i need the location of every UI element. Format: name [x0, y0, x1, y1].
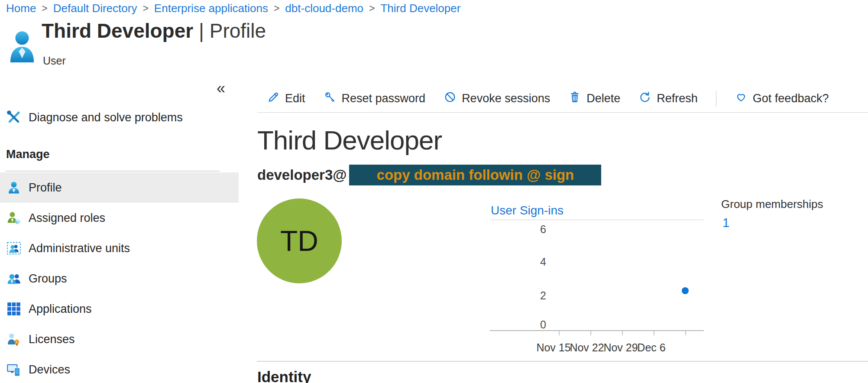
toolbar-button-label: Delete [586, 92, 620, 105]
pencil-icon [267, 91, 280, 107]
sidebar-item-profile[interactable]: Profile [0, 172, 239, 203]
sidebar-item-label: Administrative units [29, 242, 130, 255]
group-memberships-link[interactable]: 1 [722, 216, 729, 230]
refresh-button[interactable]: Refresh [638, 91, 698, 107]
sidebar-collapse-button[interactable]: « [217, 81, 225, 96]
breadcrumb: Home > Default Directory > Enterprise ap… [6, 2, 460, 15]
sidebar-item-diagnose[interactable]: Diagnose and solve problems [0, 105, 239, 130]
toolbar-button-label: Reset password [342, 92, 426, 105]
section-divider [257, 361, 868, 362]
user-avatar-icon [9, 30, 36, 66]
toolbar-button-label: Refresh [657, 92, 698, 105]
avatar: TD [257, 198, 342, 283]
devices-icon [6, 362, 22, 377]
user-signins-chart: User Sign-ins 6 4 2 0 Nov 15 Nov 22 Nov … [490, 204, 704, 364]
breadcrumb-separator: > [268, 3, 285, 14]
got-feedback-button[interactable]: Got feedback? [735, 91, 829, 107]
sidebar-item-administrative-units[interactable]: Administrative units [0, 233, 239, 263]
sidebar-item-label: Groups [29, 272, 67, 286]
revoke-sessions-button[interactable]: Revoke sessions [444, 91, 550, 107]
sidebar-item-label: Assigned roles [29, 211, 105, 225]
signin-data-point [682, 287, 689, 294]
command-bar: Edit Reset password Revoke [257, 85, 868, 113]
group-memberships-label: Group memberships [721, 198, 823, 211]
admin-units-icon [6, 240, 22, 256]
reset-password-button[interactable]: Reset password [324, 91, 426, 107]
sidebar-item-licenses[interactable]: Licenses [0, 324, 239, 354]
breadcrumb-separator: > [363, 3, 380, 14]
sidebar-item-label: Devices [29, 363, 70, 377]
page-subtitle: User [43, 55, 66, 67]
redaction-overlay: copy domain followin @ sign [349, 165, 601, 185]
user-principal-name: developer3@ copy domain followin @ sign [257, 164, 601, 186]
breadcrumb-separator: > [36, 3, 53, 14]
sidebar-item-groups[interactable]: Groups [0, 263, 239, 294]
sidebar-item-label: Licenses [29, 333, 75, 346]
breadcrumb-default-directory[interactable]: Default Directory [53, 2, 137, 15]
sidebar-section-manage: Manage [6, 148, 50, 161]
user-signins-plot [490, 204, 704, 364]
sidebar-menu: Profile Assigned roles [0, 172, 239, 383]
breadcrumb-enterprise-applications[interactable]: Enterprise applications [154, 2, 268, 15]
page-title-name: Third Developer [42, 19, 193, 42]
breadcrumb-dbt-cloud-demo[interactable]: dbt-cloud-demo [285, 2, 363, 15]
edit-button[interactable]: Edit [267, 91, 305, 107]
sidebar-item-label: Profile [29, 181, 62, 195]
wrench-screwdriver-icon [6, 110, 22, 125]
groups-icon [6, 271, 22, 286]
sidebar-item-assigned-roles[interactable]: Assigned roles [0, 203, 239, 233]
azure-user-profile-page: Home > Default Directory > Enterprise ap… [0, 0, 868, 383]
toolbar-button-label: Got feedback? [753, 92, 829, 105]
delete-button[interactable]: Delete [568, 91, 620, 107]
identity-section-heading: Identity [257, 368, 311, 383]
key-icon [324, 91, 337, 107]
trash-icon [568, 91, 581, 107]
person-icon [6, 180, 22, 195]
sidebar-divider [5, 171, 220, 172]
breadcrumb-separator: > [137, 3, 154, 14]
sidebar-item-applications[interactable]: Applications [0, 294, 239, 324]
toolbar-button-label: Revoke sessions [462, 92, 550, 105]
page-title-section: | Profile [199, 19, 266, 42]
toolbar-button-label: Edit [285, 92, 305, 105]
block-icon [444, 91, 457, 107]
user-display-name: Third Developer [257, 125, 442, 156]
sidebar-item-label: Applications [29, 302, 92, 316]
breadcrumb-third-developer[interactable]: Third Developer [380, 2, 460, 15]
sidebar-item-devices[interactable]: Devices [0, 354, 239, 383]
heart-icon [735, 91, 748, 107]
email-prefix: developer3@ [257, 167, 347, 183]
assigned-roles-icon [6, 210, 22, 226]
sidebar-item-label: Diagnose and solve problems [29, 111, 183, 124]
refresh-icon [638, 91, 651, 107]
licenses-icon [6, 331, 22, 347]
toolbar-divider [716, 91, 716, 107]
page-title: Third Developer | Profile [42, 19, 266, 42]
apps-grid-icon [6, 301, 22, 317]
breadcrumb-home[interactable]: Home [6, 2, 36, 15]
